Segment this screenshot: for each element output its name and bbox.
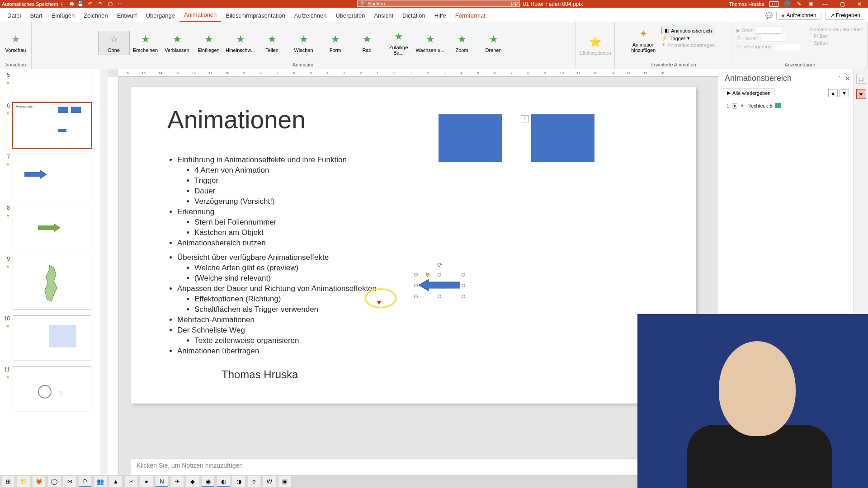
slide-canvas[interactable]: Animationen Einführung in Animationseffe… [131,87,696,404]
resize-handle[interactable] [462,273,465,277]
start-menu-icon[interactable]: ⊞ [2,476,14,487]
undo-icon[interactable]: ↶ [87,1,94,7]
autosave-toggle[interactable]: Automatisches Speichern [2,1,74,7]
play-all-button[interactable]: ▶ Alle wiedergeben [723,89,774,97]
shape-rectangle-right[interactable] [531,114,594,162]
trigger-button[interactable]: ⚡ Trigger ▾ [661,35,715,41]
slide-content-text[interactable]: Einführung in Animationseffekte und ihre… [167,155,377,357]
animation-list-item[interactable]: 1 🖱 ★ Rechteck 5 [723,102,849,109]
app-icon-3[interactable]: ◑ [232,476,245,487]
thumbnails-scrollbar[interactable] [100,69,108,475]
tab-dictation[interactable]: Dictation [398,10,430,22]
slide-thumb-8[interactable] [13,205,91,250]
preview-button[interactable]: ★ Vorschau [2,31,29,55]
comments-icon[interactable]: 💬 [765,12,773,19]
resize-handle[interactable] [462,284,465,287]
snip-icon[interactable]: ✂ [125,476,137,487]
word-icon[interactable]: W [263,476,276,487]
pane-collapse-icon[interactable]: ˅ [838,75,841,82]
anim-rad[interactable]: ★Rad [351,31,383,55]
more-icon[interactable]: ⋯ [117,1,123,7]
anim-hineinschweben[interactable]: ★Hineinschw... [225,31,256,55]
resize-handle[interactable] [438,273,441,277]
save-icon[interactable]: 💾 [77,1,84,7]
anim-drehen[interactable]: ★Drehen [478,31,509,55]
resize-handle[interactable] [414,273,418,277]
record-button[interactable]: Aufzeichnen [776,11,821,20]
pencil-icon[interactable]: ✎ [796,1,802,7]
tab-aufzeichnen[interactable]: Aufzeichnen [290,10,331,22]
search-box[interactable]: 🔍 Suchen [357,0,520,7]
telegram-icon[interactable]: ✈ [171,476,184,487]
obs-icon[interactable]: ◉ [202,476,214,487]
app-icon-2[interactable]: ◐ [217,476,230,487]
powerpoint-icon[interactable]: P [79,476,91,487]
anim-zoom[interactable]: ★Zoom [446,31,478,55]
pane-close-icon[interactable]: ✕ [845,75,850,82]
start-show-icon[interactable]: ▢ [107,1,113,7]
tab-start[interactable]: Start [25,10,47,22]
share-button[interactable]: ↗ Freigeben [825,11,865,20]
app-icon-1[interactable]: ◆ [186,476,199,487]
minimize-button[interactable]: — [819,1,831,7]
resize-handle[interactable] [414,295,418,298]
user-avatar[interactable]: TH [769,1,778,7]
animation-pane-toggle[interactable]: ◧ Animationsbereich [661,27,715,34]
resize-handle[interactable] [438,295,441,298]
tab-hilfe[interactable]: Hilfe [430,10,451,22]
slide-thumb-9[interactable] [13,256,91,310]
file-explorer-icon[interactable]: 📁 [17,476,30,487]
resize-handle[interactable] [462,295,465,298]
anim-einfliegen[interactable]: ★Einfliegen [193,31,225,55]
tab-ansicht[interactable]: Ansicht [369,10,398,22]
onenote-icon[interactable]: N [156,476,168,487]
tab-zeichnen[interactable]: Zeichnen [79,10,112,22]
tab-datei[interactable]: Datei [3,10,25,22]
user-name[interactable]: Thomas Hruska [729,1,764,7]
firefox-icon[interactable]: 🦊 [33,476,45,487]
anim-form[interactable]: ★Form [320,31,351,55]
move-up-button[interactable]: ▲ [828,89,838,97]
slide-thumb-11[interactable]: ♡ [13,366,91,412]
todoist-icon[interactable]: ● [140,476,153,487]
anim-verblassen[interactable]: ★Verblassen [161,31,193,55]
animation-gallery[interactable]: ☆Ohne ★Erscheinen ★Verblassen ★Einfliege… [34,24,573,62]
maximize-button[interactable]: ▢ [836,1,848,7]
vlc-icon[interactable]: ▲ [109,476,122,487]
slide-thumb-5[interactable] [13,72,91,97]
tab-einfuegen[interactable]: Einfügen [47,10,79,22]
window-icon[interactable]: ▣ [807,1,814,7]
animation-tag-1[interactable]: 1 [521,115,529,122]
slide-thumb-7[interactable] [13,154,91,199]
shape-rectangle-left[interactable] [439,114,502,162]
outlook-icon[interactable]: ✉ [63,476,76,487]
move-down-button[interactable]: ▼ [840,89,849,97]
rotation-handle-icon[interactable]: ⟳ [437,261,443,268]
selected-arrow-shape[interactable]: ⟳ [416,275,463,296]
chrome-icon[interactable]: ◯ [48,476,61,487]
anim-wachsen[interactable]: ★Wachsen u... [415,31,446,55]
slide-thumb-6[interactable]: Animationen [13,103,91,148]
edge-icon[interactable]: e [248,476,260,487]
redo-icon[interactable]: ↷ [97,1,104,7]
animation-pane-icon[interactable]: ★ [856,89,866,99]
tab-animationen[interactable]: Animationen [179,9,221,22]
tab-entwurf[interactable]: Entwurf [113,10,142,22]
designer-icon[interactable]: ◫ [856,74,866,84]
add-animation-button[interactable]: ✦ Animation hinzufügen [630,26,657,55]
anim-wischen[interactable]: ★Wischen [288,31,320,55]
globe-icon[interactable]: 🌐 [784,1,790,7]
app-icon-4[interactable]: ▣ [278,476,291,487]
slide-thumb-10[interactable] [13,315,91,361]
adjust-handle[interactable] [426,273,429,277]
tab-uebergaenge[interactable]: Übergänge [142,10,179,22]
teams-icon[interactable]: 👥 [94,476,107,487]
resize-handle[interactable] [414,284,418,287]
anim-teilen[interactable]: ★Teilen [256,31,288,55]
tab-ueberpruefen[interactable]: Überprüfen [331,10,369,22]
notes-panel[interactable]: Klicken Sie, um Notizen hinzuzufügen [131,459,718,475]
tab-bildschirmpraesentation[interactable]: Bildschirmpräsentation [221,10,290,22]
anim-ohne[interactable]: ☆Ohne [98,31,130,55]
slide-title-text[interactable]: Animationen [167,105,306,134]
slide-author-text[interactable]: Thomas Hruska [222,368,298,381]
